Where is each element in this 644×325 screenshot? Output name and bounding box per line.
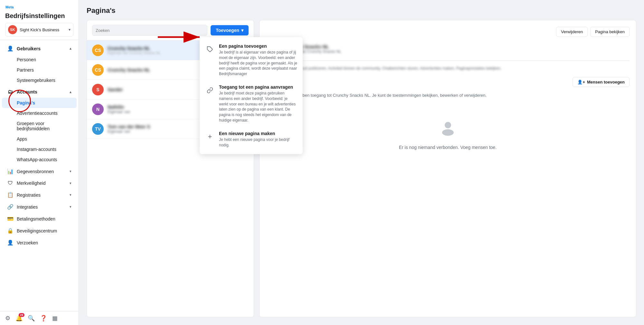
notification-icon[interactable]: 🔔 29 <box>15 315 23 322</box>
avatar: CS <box>92 44 104 56</box>
sidebar-item-whatsapp[interactable]: WhatsApp-accounts <box>2 154 77 165</box>
add-button[interactable]: Toevoegen ▾ <box>211 25 249 35</box>
selected-page-section: CS Crunchy Snacks NL Eigenaar van Crunch… <box>266 42 630 61</box>
mensen-toevoegen-button[interactable]: 👤+ Mensen toevoegen <box>573 77 630 87</box>
account-selector[interactable]: SK Sight Kick's Business ▾ <box>5 23 73 36</box>
dropdown-item-add-page[interactable]: Een pagina toevoegen Je bedrijf is al ei… <box>200 40 303 81</box>
page-header: Pagina's <box>79 0 644 20</box>
nav-section-accounts: 🗂 Accounts ▴ Pagina's Advertentieaccount… <box>0 86 79 165</box>
sidebar-item-gegevensbronnen[interactable]: 📊 Gegevensbronnen ▾ <box>2 165 77 177</box>
sidebar-item-verzoeken[interactable]: 👤 Verzoeken <box>2 237 77 249</box>
sidebar-header: Meta Bedrijfsinstellingen SK Sight Kick'… <box>0 0 79 40</box>
lock-icon: 🔒 <box>7 228 14 234</box>
payment-icon: 💳 <box>7 216 14 222</box>
sidebar-item-personen[interactable]: Personen <box>2 54 77 65</box>
svg-text:Meta: Meta <box>5 5 14 9</box>
dropdown-item-title-2: Toegang tot een pagina aanvragen <box>219 84 298 90</box>
request-icon: 👤 <box>7 240 14 246</box>
avatar: N <box>92 103 104 115</box>
users-icon: 👤 <box>7 45 14 52</box>
help-icon[interactable]: ❓ <box>40 315 47 322</box>
sidebar-item-merkveiligheid[interactable]: 🛡 Merkveiligheid ▾ <box>2 177 77 189</box>
sidebar-item-registraties[interactable]: 📋 Registraties ▾ <box>2 189 77 201</box>
sidebar-item-paginas[interactable]: Pagina's <box>2 98 77 108</box>
clipboard-icon: 📋 <box>7 192 14 198</box>
sidebar-item-betalingsmethoden[interactable]: 💳 Betalingsmethoden <box>2 213 77 225</box>
sidebar-item-gebruikers[interactable]: 👤 Gebruikers ▴ <box>2 43 77 54</box>
dropdown-item-request-access[interactable]: Toegang tot een pagina aanvragen Je bedr… <box>200 81 303 127</box>
data-icon: 📊 <box>7 168 14 174</box>
dropdown-item-title-3: Een nieuwe pagina maken <box>219 131 298 136</box>
content-area: Toevoegen ▾ CS Crunchy Snacks NL Eigenaa… <box>79 20 644 325</box>
right-panel-people-header: Mensen 👤+ Mensen toevoegen <box>266 77 630 87</box>
plus-icon: + <box>205 132 215 142</box>
permissions-row: Pagina beheren, Inhoud publiceren, Activ… <box>266 66 630 71</box>
avatar: S <box>92 84 104 95</box>
tag-icon <box>205 44 215 54</box>
chevron-down-icon: ▾ <box>69 27 71 32</box>
sidebar-item-integraties[interactable]: 🔗 Integraties ▾ <box>2 201 77 213</box>
panels-icon[interactable]: ▦ <box>52 315 58 322</box>
dropdown-item-desc-2: Je bedrijf moet deze pagina gebruiken na… <box>219 91 298 123</box>
sidebar-item-advertentieaccounts[interactable]: Advertentieaccounts <box>2 108 77 118</box>
sidebar-item-groepen[interactable]: Groepen voor bedrijfsmiddelen <box>2 118 77 134</box>
notification-badge: 29 <box>19 313 24 317</box>
page-title: Pagina's <box>87 6 636 15</box>
dropdown-item-content-2: Toegang tot een pagina aanvragen Je bedr… <box>219 84 298 123</box>
shield-icon: 🛡 <box>7 180 14 186</box>
left-panel: Toevoegen ▾ CS Crunchy Snacks NL Eigenaa… <box>87 20 254 317</box>
nav-section-gebruikers: 👤 Gebruikers ▴ Personen Partners Systeem… <box>0 43 79 85</box>
dropdown-item-content: Een pagina toevoegen Je bedrijf is al ei… <box>219 44 298 77</box>
sidebar-nav: 👤 Gebruikers ▴ Personen Partners Systeem… <box>0 40 79 311</box>
link-icon-dropdown <box>205 85 215 95</box>
dropdown-item-desc-3: Je hebt een nieuwe pagina voor je bedrij… <box>219 137 298 148</box>
dropdown-item-new-page[interactable]: + Een nieuwe pagina maken Je hebt een ni… <box>200 127 303 152</box>
verwijderen-button[interactable]: Verwijderen <box>556 27 588 37</box>
meta-logo-svg: Meta <box>5 5 21 10</box>
dropdown-chevron-icon: ▾ <box>241 28 243 33</box>
link-icon: 🔗 <box>7 204 14 210</box>
empty-avatar-icon <box>438 118 458 141</box>
chevron-down-icon-data: ▾ <box>70 169 71 173</box>
chevron-down-icon-brand: ▾ <box>70 181 71 185</box>
account-avatar: SK <box>8 25 17 34</box>
accounts-icon: 🗂 <box>7 89 14 95</box>
dropdown-item-content-3: Een nieuwe pagina maken Je hebt een nieu… <box>219 131 298 148</box>
sidebar-item-systeemgebruikers[interactable]: Systeemgebruikers <box>2 75 77 85</box>
avatar: CS <box>92 64 104 76</box>
sidebar: Meta Bedrijfsinstellingen SK Sight Kick'… <box>0 0 79 325</box>
search-icon[interactable]: 🔍 <box>28 315 35 322</box>
sidebar-item-apps[interactable]: Apps <box>2 134 77 144</box>
meta-logo: Meta <box>5 5 73 10</box>
right-panel: Verwijderen Pagina bekijken CS Crunchy S… <box>259 20 636 317</box>
pagina-bekijken-button[interactable]: Pagina bekijken <box>590 27 630 37</box>
avatar: TV <box>92 123 104 135</box>
search-input[interactable] <box>92 25 207 36</box>
sidebar-footer: ⚙ 🔔 29 🔍 ❓ ▦ <box>0 311 79 325</box>
sidebar-item-instagram[interactable]: Instagram-accounts <box>2 144 77 154</box>
svg-point-5 <box>442 129 454 136</box>
chevron-up-icon: ▴ <box>70 46 71 51</box>
main-content: Pagina's Toevoegen ▾ CS Crunchy Snacks N… <box>79 0 644 325</box>
dropdown-menu: Een pagina toevoegen Je bedrijf is al ei… <box>200 37 303 154</box>
account-name: Sight Kick's Business <box>20 27 66 32</box>
dropdown-item-title: Een pagina toevoegen <box>219 44 298 49</box>
person-add-icon: 👤+ <box>577 80 585 84</box>
sidebar-item-partners[interactable]: Partners <box>2 65 77 75</box>
chevron-down-icon-reg: ▾ <box>70 193 71 197</box>
top-actions: Verwijderen Pagina bekijken <box>266 27 630 37</box>
right-panel-description: Deze personen hebben toegang tot Crunchy… <box>266 92 630 99</box>
empty-state: Er is nog niemand verbonden. Voeg mensen… <box>266 105 630 163</box>
settings-icon[interactable]: ⚙ <box>5 315 10 322</box>
empty-state-text: Er is nog niemand verbonden. Voeg mensen… <box>399 145 497 150</box>
chevron-up-icon-accounts: ▴ <box>70 90 71 94</box>
sidebar-title: Bedrijfsinstellingen <box>5 12 73 20</box>
sidebar-item-accounts[interactable]: 🗂 Accounts ▴ <box>2 86 77 98</box>
dropdown-item-desc: Je bedrijf is al eigenaar van deze pagin… <box>219 50 298 77</box>
sidebar-item-beveiligingscentrum[interactable]: 🔒 Beveiligingscentrum <box>2 225 77 237</box>
svg-point-4 <box>445 122 451 128</box>
chevron-down-icon-int: ▾ <box>70 205 71 209</box>
